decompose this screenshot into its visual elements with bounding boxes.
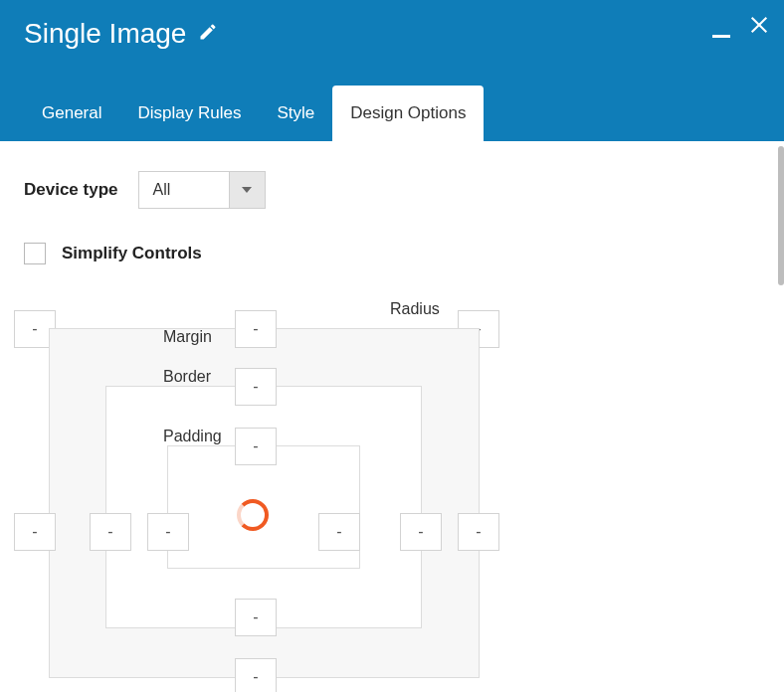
title-row: Single Image — [18, 18, 766, 50]
tab-bar: General Display Rules Style Design Optio… — [24, 86, 484, 141]
padding-left-input[interactable]: - — [147, 513, 189, 551]
radius-label: Radius — [390, 300, 440, 318]
margin-left-input[interactable]: - — [14, 513, 56, 551]
tab-display-rules[interactable]: Display Rules — [119, 86, 259, 141]
device-type-row: Device type All — [24, 171, 760, 209]
chevron-down-icon — [229, 172, 265, 208]
tab-general[interactable]: General — [24, 86, 119, 141]
border-bottom-input[interactable]: - — [235, 599, 277, 636]
padding-label: Padding — [163, 428, 222, 445]
border-left-input[interactable]: - — [90, 513, 131, 551]
padding-top-input[interactable]: - — [235, 428, 277, 465]
loading-spinner-icon — [237, 499, 269, 531]
margin-label: Margin — [163, 328, 212, 346]
device-type-value: All — [139, 172, 229, 208]
margin-right-input[interactable]: - — [458, 513, 499, 551]
window-controls — [712, 14, 770, 40]
simplify-checkbox[interactable] — [24, 243, 46, 264]
border-label: Border — [163, 368, 211, 386]
margin-bottom-input[interactable]: - — [235, 658, 277, 692]
simplify-row: Simplify Controls — [24, 243, 760, 264]
padding-right-input[interactable]: - — [318, 513, 360, 551]
tab-design-options[interactable]: Design Options — [332, 86, 484, 141]
margin-top-input[interactable]: - — [235, 310, 277, 348]
simplify-label: Simplify Controls — [62, 244, 202, 263]
minimize-icon[interactable] — [712, 16, 730, 40]
box-model-diagram: - Radius - Margin - - - - Border - - - -… — [24, 300, 488, 678]
dialog-title: Single Image — [24, 18, 186, 50]
dialog-content: Device type All Simplify Controls - Radi… — [0, 141, 784, 692]
device-type-label: Device type — [24, 180, 118, 200]
pencil-icon[interactable] — [198, 22, 218, 46]
vertical-scrollbar[interactable] — [778, 146, 784, 285]
dialog-header: Single Image General Display Rules Style… — [0, 0, 784, 141]
border-right-input[interactable]: - — [400, 513, 442, 551]
tab-style[interactable]: Style — [259, 86, 332, 141]
border-top-input[interactable]: - — [235, 368, 277, 406]
close-icon[interactable] — [748, 14, 770, 40]
device-type-select[interactable]: All — [138, 171, 266, 209]
